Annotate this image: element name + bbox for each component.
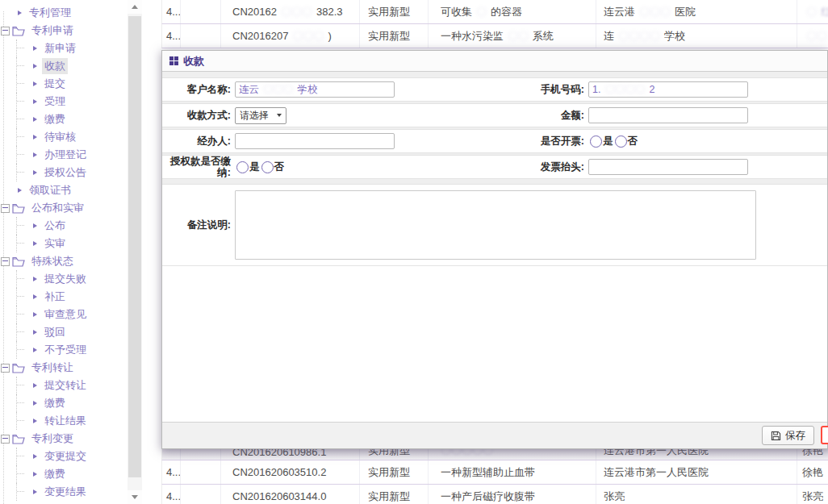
sidebar-item-label: 提交 xyxy=(42,76,68,92)
collapse-box-icon[interactable] xyxy=(1,204,10,213)
expand-arrow-icon[interactable] xyxy=(33,312,37,317)
amount-input[interactable] xyxy=(588,107,748,123)
expand-arrow-icon[interactable] xyxy=(33,419,37,423)
cell-title: 一种新型辅助止血带 xyxy=(429,460,596,484)
sidebar-item[interactable]: 受理 xyxy=(0,93,128,110)
expand-arrow-icon[interactable] xyxy=(33,152,37,157)
expand-arrow-icon[interactable] xyxy=(33,135,37,140)
sidebar-item[interactable]: 驳回 xyxy=(0,323,128,341)
phone-input[interactable]: 1.〇〇〇〇2 xyxy=(588,81,748,98)
expand-arrow-icon[interactable] xyxy=(33,277,37,281)
sidebar-item[interactable]: 特殊状态 xyxy=(0,252,128,270)
tree-guide xyxy=(16,377,30,394)
collapse-box-icon[interactable] xyxy=(1,364,10,373)
amount-label: 金额: xyxy=(496,110,584,121)
sidebar-item[interactable]: 实审 xyxy=(0,235,128,252)
expand-arrow-icon[interactable] xyxy=(33,81,37,86)
expand-arrow-icon[interactable] xyxy=(33,46,37,51)
expand-arrow-icon[interactable] xyxy=(33,170,37,175)
sidebar-item[interactable]: 提交失败 xyxy=(0,270,128,288)
sidebar-item[interactable]: 变更结果 xyxy=(0,483,128,501)
cell-inventor: 徐艳 xyxy=(797,460,828,484)
collapse-box-icon[interactable] xyxy=(1,435,10,444)
customer-name-label: 客户名称: xyxy=(166,84,231,95)
sidebar-item[interactable]: 不予受理 xyxy=(0,341,128,359)
sidebar-item[interactable]: 办理登记 xyxy=(0,146,128,164)
sidebar-item[interactable]: 缴费 xyxy=(0,110,128,128)
invoice-yes-radio[interactable] xyxy=(590,135,602,148)
sidebar-item[interactable]: 公布 xyxy=(0,217,128,235)
auth-paid-no-radio[interactable] xyxy=(261,161,274,173)
sidebar-item[interactable]: 缴费 xyxy=(0,394,128,412)
expand-arrow-icon[interactable] xyxy=(33,454,37,459)
receipt-modal: 收款 客户名称: 连云〇〇〇学校 手机号码: 1.〇〇〇〇2 收款方式: 请选择 xyxy=(161,50,828,449)
sidebar-scrollbar[interactable] xyxy=(128,0,142,504)
expand-arrow-icon[interactable] xyxy=(33,401,37,406)
table-row[interactable]: 4... CN20162〇〇〇382.3 实用新型 可收集〇的容器 连云港〇〇〇… xyxy=(161,0,828,24)
sidebar-item[interactable]: 专利变更 xyxy=(0,430,128,448)
sidebar-item[interactable]: 专利转让 xyxy=(0,359,128,377)
sidebar-item-label: 不予受理 xyxy=(42,342,89,358)
save-button[interactable]: 保存 xyxy=(762,426,814,445)
collapse-box-icon[interactable] xyxy=(1,27,10,35)
sidebar-item[interactable]: 新申请 xyxy=(0,40,128,57)
expand-arrow-icon[interactable] xyxy=(33,241,37,246)
table-row[interactable]: 4... CN2016207〇〇〇) 实用新型 一种水污染监〇〇系统 连〇〇〇〇… xyxy=(161,24,828,48)
collapse-box-icon[interactable] xyxy=(1,257,10,266)
sidebar-item-label: 专利转让 xyxy=(29,360,76,376)
sidebar-item[interactable]: 变更提交 xyxy=(0,448,128,465)
sidebar-item[interactable]: 待审核 xyxy=(0,128,128,146)
scrollbar-thumb[interactable] xyxy=(128,16,141,477)
sidebar-item-label: 领取证书 xyxy=(27,182,73,198)
sidebar-item[interactable]: 公布和实审 xyxy=(0,199,128,217)
cell-empty xyxy=(181,460,221,484)
handler-input[interactable] xyxy=(235,133,395,149)
expand-arrow-icon[interactable] xyxy=(33,330,37,335)
sidebar-item[interactable]: 授权公告 xyxy=(0,164,128,181)
sidebar-item[interactable]: 提交 xyxy=(0,75,128,93)
sidebar-item[interactable]: 专利申请 xyxy=(0,22,128,40)
customer-name-input[interactable]: 连云〇〇〇学校 xyxy=(235,81,395,98)
expand-arrow-icon[interactable] xyxy=(33,348,37,352)
cell-seq: 4... xyxy=(162,460,181,484)
sidebar-item[interactable]: 转让结果 xyxy=(0,412,128,430)
sidebar-item-selected[interactable]: 收款 xyxy=(0,57,128,75)
cell-title: 一种产后磁疗收腹带 xyxy=(429,485,596,504)
remarks-textarea[interactable] xyxy=(235,190,756,260)
expand-arrow-icon[interactable] xyxy=(18,10,22,15)
expand-arrow-icon[interactable] xyxy=(33,64,37,69)
expand-arrow-icon[interactable] xyxy=(33,489,37,494)
payment-method-select[interactable]: 请选择 xyxy=(235,107,286,124)
form-row: 客户名称: 连云〇〇〇学校 手机号码: 1.〇〇〇〇2 xyxy=(162,77,827,102)
sidebar-item[interactable]: 领取证书 xyxy=(0,181,128,199)
expand-arrow-icon[interactable] xyxy=(33,383,37,388)
expand-arrow-icon[interactable] xyxy=(33,472,37,477)
expand-arrow-icon[interactable] xyxy=(18,188,22,193)
scroll-up-button[interactable] xyxy=(128,0,142,14)
table-row[interactable]: 4... CN201620603510.2 实用新型 一种新型辅助止血带 连云港… xyxy=(161,460,828,485)
invoice-label: 是否开票: xyxy=(496,135,584,147)
cancel-button-partial[interactable] xyxy=(821,426,828,444)
expand-arrow-icon[interactable] xyxy=(33,99,37,104)
table-row[interactable]: 4... CN201620603144.0 实用新型 一种产后磁疗收腹带 张亮 … xyxy=(161,485,828,504)
sidebar-item[interactable]: 审查意见 xyxy=(0,306,128,323)
sidebar-item[interactable]: 缴费 xyxy=(0,465,128,483)
cell-title: 一种水污染监〇〇系统 xyxy=(429,24,596,48)
chevron-down-icon xyxy=(132,495,138,499)
scroll-down-button[interactable] xyxy=(128,490,142,504)
expand-arrow-icon[interactable] xyxy=(33,223,37,228)
sidebar-item[interactable]: 提交转让 xyxy=(0,377,128,394)
cell-applicant: 连〇〇〇〇学校 xyxy=(596,24,797,48)
auth-paid-yes-radio[interactable] xyxy=(236,161,249,173)
expand-arrow-icon[interactable] xyxy=(33,294,37,299)
sidebar-item-label: 特殊状态 xyxy=(29,253,76,269)
sidebar-item[interactable]: 补正 xyxy=(0,288,128,306)
cell-applicant: 连云港〇〇〇医院 xyxy=(596,0,797,23)
expand-arrow-icon[interactable] xyxy=(33,117,37,122)
invoice-no-radio[interactable] xyxy=(615,135,627,148)
sidebar-item[interactable] xyxy=(0,501,128,504)
sidebar-item-label: 专利变更 xyxy=(29,431,76,447)
invoice-title-input[interactable] xyxy=(588,159,748,175)
cell-patent-type: 实用新型 xyxy=(360,24,429,48)
sidebar-item[interactable]: 专利管理 xyxy=(0,4,128,22)
